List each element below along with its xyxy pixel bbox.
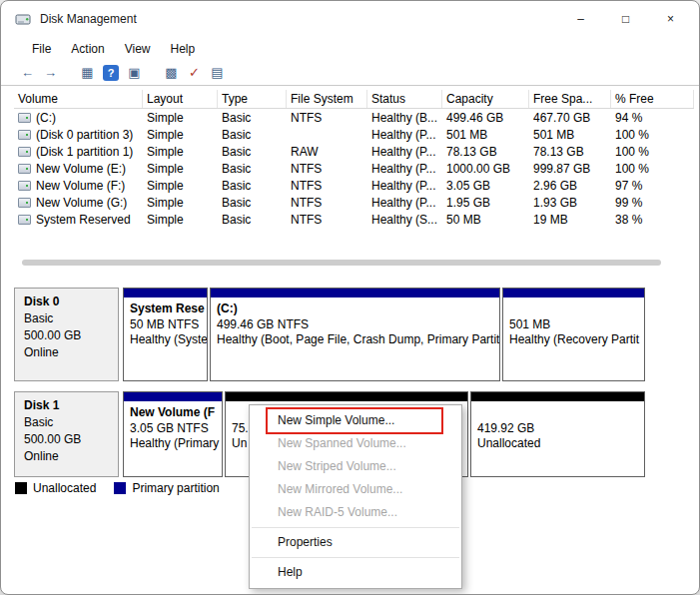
disk-kind: Basic xyxy=(24,311,109,325)
partition-recovery[interactable]: 501 MB Healthy (Recovery Partit xyxy=(502,288,645,381)
partition-title: (C:) xyxy=(217,301,493,316)
show-console-tree-icon[interactable]: ▦ xyxy=(76,63,99,83)
drive-icon xyxy=(18,181,31,191)
volume-name: System Reserved xyxy=(36,213,131,227)
column-header-free-space[interactable]: Free Spa... xyxy=(529,90,611,108)
scrollbar-thumb[interactable] xyxy=(22,260,661,266)
back-icon[interactable]: ← xyxy=(16,63,39,83)
cell-pct-free: 38 % xyxy=(611,213,694,227)
cell-pct-free: 100 % xyxy=(611,145,694,159)
table-row[interactable]: New Volume (E:) Simple Basic NTFS Health… xyxy=(14,160,694,177)
rescan-disks-icon[interactable]: ✓ xyxy=(183,63,206,83)
cell-pct-free: 94 % xyxy=(611,111,694,125)
table-row[interactable]: (Disk 0 partition 3) Simple Basic Health… xyxy=(14,126,694,143)
menu-item-new-simple-volume[interactable]: New Simple Volume... xyxy=(250,409,461,432)
column-header-type[interactable]: Type xyxy=(218,90,287,108)
legend-unallocated: Unallocated xyxy=(15,481,96,495)
partition-system-reserved[interactable]: System Rese 50 MB NTFS Healthy (Syste xyxy=(123,288,208,381)
disk-1-label[interactable]: Disk 1 Basic 500.00 GB Online xyxy=(14,391,119,477)
partition-title: New Volume (F xyxy=(130,405,216,420)
primary-partition-strip xyxy=(124,392,222,401)
help-icon[interactable]: ? xyxy=(103,65,119,81)
table-row[interactable]: New Volume (G:) Simple Basic NTFS Health… xyxy=(14,194,694,211)
disk-name: Disk 1 xyxy=(24,398,109,412)
partition-c[interactable]: (C:) 499.46 GB NTFS Healthy (Boot, Page … xyxy=(210,288,500,381)
menu-bar: File Action View Help xyxy=(1,37,699,60)
unallocated-swatch-icon xyxy=(15,482,27,494)
cell-layout: Simple xyxy=(143,162,218,176)
cell-capacity: 78.13 GB xyxy=(442,145,529,159)
cell-capacity: 3.05 GB xyxy=(442,179,529,193)
table-row[interactable]: (Disk 1 partition 1) Simple Basic RAW He… xyxy=(14,143,694,160)
cell-free: 2.96 GB xyxy=(529,179,611,193)
cell-status: Healthy (S... xyxy=(367,213,442,227)
partition-title: System Rese xyxy=(130,301,201,316)
minimize-button[interactable]: – xyxy=(558,1,603,37)
cell-capacity: 501 MB xyxy=(442,128,529,142)
menu-separator xyxy=(252,527,459,528)
menu-file[interactable]: File xyxy=(22,40,61,58)
show-action-pane-icon[interactable]: ▣ xyxy=(123,63,146,83)
column-header-pct-free[interactable]: % Free xyxy=(611,90,694,108)
cell-status: Healthy (P... xyxy=(367,179,442,193)
disk-size: 500.00 GB xyxy=(24,328,109,342)
menu-view[interactable]: View xyxy=(115,40,161,58)
column-header-status[interactable]: Status xyxy=(367,90,442,108)
column-header-volume[interactable]: Volume xyxy=(14,90,143,108)
cell-pct-free: 99 % xyxy=(611,196,694,210)
partition-status: Healthy (Boot, Page File, Crash Dump, Pr… xyxy=(217,332,493,346)
cell-pct-free: 97 % xyxy=(611,179,694,193)
close-button[interactable]: × xyxy=(648,1,693,37)
cell-layout: Simple xyxy=(143,145,218,159)
volume-list: Volume Layout Type File System Status Ca… xyxy=(14,90,694,228)
graphical-view-icon[interactable]: ▤ xyxy=(206,63,229,83)
primary-partition-swatch-icon xyxy=(114,482,126,494)
cell-layout: Simple xyxy=(143,196,218,210)
partition-status: Unallocated xyxy=(477,436,638,450)
window-title: Disk Management xyxy=(40,12,137,26)
forward-icon[interactable]: → xyxy=(39,63,62,83)
volume-name: (C:) xyxy=(36,111,56,125)
disk-size: 500.00 GB xyxy=(24,432,109,446)
cell-type: Basic xyxy=(218,213,287,227)
maximize-button[interactable]: □ xyxy=(603,1,648,37)
disk-0-label[interactable]: Disk 0 Basic 500.00 GB Online xyxy=(14,288,119,381)
cell-fs: NTFS xyxy=(287,162,367,176)
menu-item-properties[interactable]: Properties xyxy=(250,531,461,554)
column-header-capacity[interactable]: Capacity xyxy=(442,90,529,108)
popup-window-icon[interactable]: ▩ xyxy=(160,63,183,83)
caption-buttons: – □ × xyxy=(558,1,693,37)
disk-management-window: Disk Management – □ × File Action View H… xyxy=(0,0,700,595)
volume-name: New Volume (F:) xyxy=(36,179,125,193)
menu-item-help[interactable]: Help xyxy=(250,561,461,584)
cell-type: Basic xyxy=(218,111,287,125)
table-row[interactable]: System Reserved Simple Basic NTFS Health… xyxy=(14,211,694,228)
menu-action[interactable]: Action xyxy=(61,40,114,58)
title-bar[interactable]: Disk Management – □ × xyxy=(1,1,699,37)
volume-name: (Disk 0 partition 3) xyxy=(36,128,133,142)
table-row[interactable]: New Volume (F:) Simple Basic NTFS Health… xyxy=(14,177,694,194)
cell-capacity: 1000.00 GB xyxy=(442,162,529,176)
legend: Unallocated Primary partition xyxy=(15,480,220,496)
cell-layout: Simple xyxy=(143,213,218,227)
partition-unallocated-large[interactable]: 419.92 GB Unallocated xyxy=(470,391,645,477)
menu-help[interactable]: Help xyxy=(161,40,206,58)
cell-status: Healthy (B... xyxy=(367,111,442,125)
cell-type: Basic xyxy=(218,196,287,210)
horizontal-scrollbar[interactable] xyxy=(14,256,694,270)
table-row[interactable]: (C:) Simple Basic NTFS Healthy (B... 499… xyxy=(14,109,694,126)
volume-name: New Volume (E:) xyxy=(36,162,126,176)
column-header-file-system[interactable]: File System xyxy=(287,90,367,108)
menu-item-new-spanned-volume: New Spanned Volume... xyxy=(250,432,461,455)
partition-new-volume-f[interactable]: New Volume (F 3.05 GB NTFS Healthy (Prim… xyxy=(123,391,223,477)
column-header-layout[interactable]: Layout xyxy=(143,90,218,108)
primary-partition-strip xyxy=(211,289,499,298)
cell-fs: NTFS xyxy=(287,213,367,227)
cell-fs: RAW xyxy=(287,145,367,159)
legend-label: Primary partition xyxy=(132,481,219,495)
cell-type: Basic xyxy=(218,145,287,159)
legend-primary-partition: Primary partition xyxy=(114,481,219,495)
cell-type: Basic xyxy=(218,162,287,176)
partition-status: Healthy (Syste xyxy=(130,332,201,346)
disk-0-row: Disk 0 Basic 500.00 GB Online System Res… xyxy=(14,285,694,384)
